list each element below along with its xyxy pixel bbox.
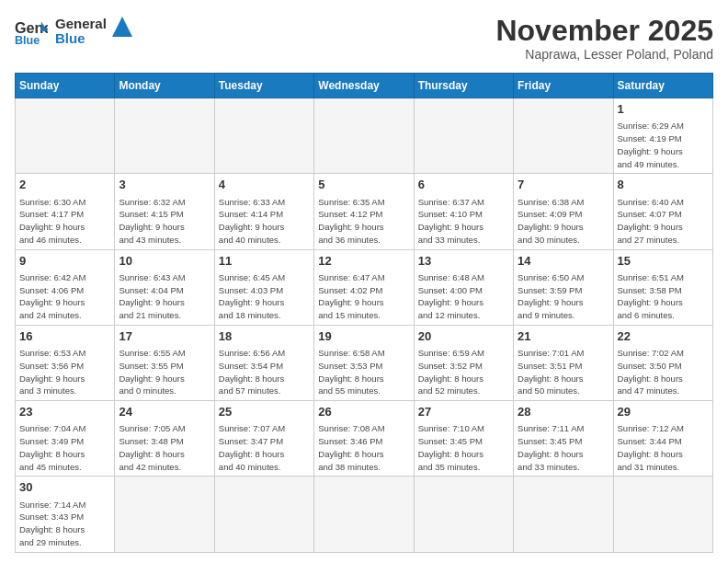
day-info: Sunrise: 7:02 AM Sunset: 3:50 PM Dayligh… <box>618 347 709 397</box>
day-info: Sunrise: 6:59 AM Sunset: 3:52 PM Dayligh… <box>418 347 509 397</box>
calendar-cell: 26Sunrise: 7:08 AM Sunset: 3:46 PM Dayli… <box>314 401 414 477</box>
weekday-header-wednesday: Wednesday <box>314 74 414 98</box>
day-info: Sunrise: 6:53 AM Sunset: 3:56 PM Dayligh… <box>19 347 110 397</box>
calendar-cell <box>115 477 214 552</box>
calendar-cell: 20Sunrise: 6:59 AM Sunset: 3:52 PM Dayli… <box>414 325 513 400</box>
day-info: Sunrise: 6:45 AM Sunset: 4:03 PM Dayligh… <box>219 271 310 322</box>
week-row-5: 23Sunrise: 7:04 AM Sunset: 3:49 PM Dayli… <box>16 401 713 477</box>
page-header: General Blue General Blue November 2025 … <box>15 15 713 62</box>
calendar-cell: 14Sunrise: 6:50 AM Sunset: 3:59 PM Dayli… <box>514 249 613 325</box>
day-info: Sunrise: 7:12 AM Sunset: 3:44 PM Dayligh… <box>618 422 709 473</box>
calendar-cell <box>414 98 513 174</box>
calendar-cell: 29Sunrise: 7:12 AM Sunset: 3:44 PM Dayli… <box>613 401 712 477</box>
calendar-cell: 1Sunrise: 6:29 AM Sunset: 4:19 PM Daylig… <box>613 98 712 174</box>
weekday-header-sunday: Sunday <box>16 74 115 98</box>
day-number: 25 <box>219 404 310 420</box>
calendar-cell: 17Sunrise: 6:55 AM Sunset: 3:55 PM Dayli… <box>115 325 214 400</box>
day-info: Sunrise: 7:04 AM Sunset: 3:49 PM Dayligh… <box>19 422 110 473</box>
day-number: 24 <box>119 404 210 420</box>
calendar-cell: 23Sunrise: 7:04 AM Sunset: 3:49 PM Dayli… <box>16 401 115 477</box>
day-number: 2 <box>19 177 110 193</box>
day-number: 3 <box>119 177 210 193</box>
day-number: 30 <box>19 479 110 496</box>
day-number: 1 <box>618 101 709 118</box>
calendar-cell: 25Sunrise: 7:07 AM Sunset: 3:47 PM Dayli… <box>214 401 313 477</box>
weekday-header-friday: Friday <box>514 74 613 98</box>
calendar-cell: 13Sunrise: 6:48 AM Sunset: 4:00 PM Dayli… <box>414 249 513 325</box>
calendar-cell <box>514 477 613 552</box>
calendar-table: SundayMondayTuesdayWednesdayThursdayFrid… <box>15 73 713 553</box>
calendar-cell <box>16 98 115 174</box>
day-number: 26 <box>318 404 409 420</box>
calendar-cell: 30Sunrise: 7:14 AM Sunset: 3:43 PM Dayli… <box>16 477 115 552</box>
day-info: Sunrise: 6:56 AM Sunset: 3:54 PM Dayligh… <box>219 347 310 397</box>
day-number: 28 <box>518 404 609 420</box>
calendar-cell: 7Sunrise: 6:38 AM Sunset: 4:09 PM Daylig… <box>514 174 613 249</box>
day-number: 9 <box>19 253 110 270</box>
day-number: 4 <box>219 177 310 193</box>
title-area: November 2025 Naprawa, Lesser Poland, Po… <box>495 15 713 62</box>
calendar-cell: 3Sunrise: 6:32 AM Sunset: 4:15 PM Daylig… <box>115 174 214 249</box>
calendar-cell: 12Sunrise: 6:47 AM Sunset: 4:02 PM Dayli… <box>314 249 414 325</box>
day-info: Sunrise: 6:30 AM Sunset: 4:17 PM Dayligh… <box>19 196 110 247</box>
day-number: 18 <box>219 328 310 345</box>
day-info: Sunrise: 7:11 AM Sunset: 3:45 PM Dayligh… <box>518 422 609 473</box>
calendar-cell: 11Sunrise: 6:45 AM Sunset: 4:03 PM Dayli… <box>214 249 313 325</box>
day-info: Sunrise: 6:35 AM Sunset: 4:12 PM Dayligh… <box>318 196 409 247</box>
day-info: Sunrise: 7:07 AM Sunset: 3:47 PM Dayligh… <box>219 422 310 473</box>
day-number: 20 <box>418 328 509 345</box>
calendar-cell <box>613 477 712 552</box>
calendar-cell: 10Sunrise: 6:43 AM Sunset: 4:04 PM Dayli… <box>115 249 214 325</box>
calendar-cell: 19Sunrise: 6:58 AM Sunset: 3:53 PM Dayli… <box>314 325 414 400</box>
week-row-1: 1Sunrise: 6:29 AM Sunset: 4:19 PM Daylig… <box>16 98 713 174</box>
calendar-cell: 24Sunrise: 7:05 AM Sunset: 3:48 PM Dayli… <box>115 401 214 477</box>
day-info: Sunrise: 6:32 AM Sunset: 4:15 PM Dayligh… <box>119 196 210 247</box>
calendar-cell: 22Sunrise: 7:02 AM Sunset: 3:50 PM Dayli… <box>613 325 712 400</box>
weekday-header-monday: Monday <box>115 74 214 98</box>
calendar-cell: 4Sunrise: 6:33 AM Sunset: 4:14 PM Daylig… <box>214 174 313 249</box>
day-info: Sunrise: 6:58 AM Sunset: 3:53 PM Dayligh… <box>318 347 409 397</box>
day-info: Sunrise: 6:37 AM Sunset: 4:10 PM Dayligh… <box>418 196 509 247</box>
day-number: 21 <box>518 328 609 345</box>
day-number: 12 <box>318 253 409 270</box>
day-info: Sunrise: 6:33 AM Sunset: 4:14 PM Dayligh… <box>219 196 310 247</box>
week-row-6: 30Sunrise: 7:14 AM Sunset: 3:43 PM Dayli… <box>16 477 713 552</box>
calendar-cell: 28Sunrise: 7:11 AM Sunset: 3:45 PM Dayli… <box>514 401 613 477</box>
day-info: Sunrise: 6:48 AM Sunset: 4:00 PM Dayligh… <box>418 271 509 322</box>
day-number: 7 <box>518 177 609 193</box>
day-number: 19 <box>318 328 409 345</box>
day-number: 6 <box>418 177 509 193</box>
day-number: 15 <box>618 253 709 270</box>
day-number: 16 <box>19 328 110 345</box>
day-info: Sunrise: 6:38 AM Sunset: 4:09 PM Dayligh… <box>518 196 609 247</box>
day-number: 23 <box>19 404 110 420</box>
day-number: 29 <box>618 404 709 420</box>
day-number: 8 <box>618 177 709 193</box>
calendar-cell: 9Sunrise: 6:42 AM Sunset: 4:06 PM Daylig… <box>16 249 115 325</box>
calendar-cell: 27Sunrise: 7:10 AM Sunset: 3:45 PM Dayli… <box>414 401 513 477</box>
day-info: Sunrise: 6:50 AM Sunset: 3:59 PM Dayligh… <box>518 271 609 322</box>
day-number: 14 <box>518 253 609 270</box>
calendar-cell <box>314 98 414 174</box>
logo: General Blue General Blue <box>15 15 132 48</box>
calendar-title: November 2025 <box>495 15 713 47</box>
weekday-header-thursday: Thursday <box>414 74 513 98</box>
weekday-header-saturday: Saturday <box>613 74 712 98</box>
calendar-cell: 18Sunrise: 6:56 AM Sunset: 3:54 PM Dayli… <box>214 325 313 400</box>
calendar-cell <box>214 98 313 174</box>
calendar-cell: 21Sunrise: 7:01 AM Sunset: 3:51 PM Dayli… <box>514 325 613 400</box>
logo-triangle-icon <box>112 17 132 37</box>
day-info: Sunrise: 6:55 AM Sunset: 3:55 PM Dayligh… <box>119 347 210 397</box>
calendar-cell: 16Sunrise: 6:53 AM Sunset: 3:56 PM Dayli… <box>16 325 115 400</box>
calendar-cell: 6Sunrise: 6:37 AM Sunset: 4:10 PM Daylig… <box>414 174 513 249</box>
calendar-cell: 8Sunrise: 6:40 AM Sunset: 4:07 PM Daylig… <box>613 174 712 249</box>
day-number: 22 <box>618 328 709 345</box>
day-number: 11 <box>219 253 310 270</box>
day-info: Sunrise: 7:01 AM Sunset: 3:51 PM Dayligh… <box>518 347 609 397</box>
week-row-3: 9Sunrise: 6:42 AM Sunset: 4:06 PM Daylig… <box>16 249 713 325</box>
calendar-cell: 5Sunrise: 6:35 AM Sunset: 4:12 PM Daylig… <box>314 174 414 249</box>
day-info: Sunrise: 6:51 AM Sunset: 3:58 PM Dayligh… <box>618 271 709 322</box>
day-number: 10 <box>119 253 210 270</box>
svg-marker-3 <box>112 17 132 37</box>
day-info: Sunrise: 7:08 AM Sunset: 3:46 PM Dayligh… <box>318 422 409 473</box>
